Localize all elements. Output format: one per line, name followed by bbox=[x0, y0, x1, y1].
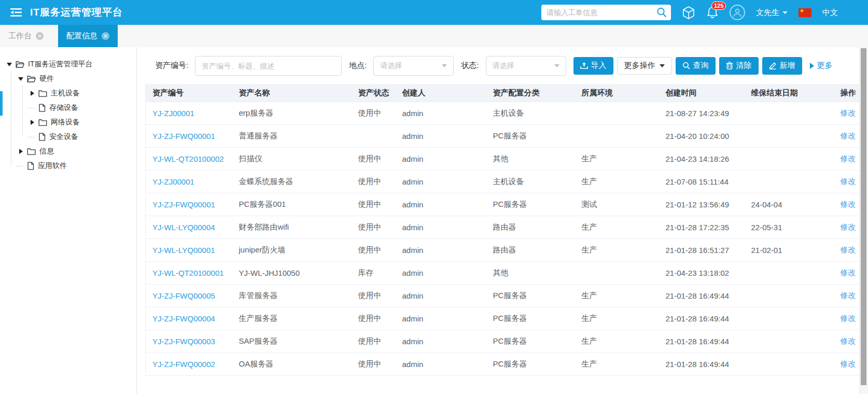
status-label: 状态: bbox=[461, 61, 479, 71]
notifications-bell-icon[interactable]: 125 bbox=[706, 6, 719, 19]
caret-right-icon[interactable] bbox=[31, 91, 34, 96]
asset-id-link[interactable]: YJ-WL-QT20100002 bbox=[152, 154, 224, 163]
modify-link[interactable]: 修改 bbox=[841, 154, 856, 163]
maintenance-end-date-cell: 24-04-04 bbox=[745, 193, 834, 216]
language-switcher[interactable]: 中文 bbox=[822, 8, 838, 18]
close-icon[interactable]: ✕ bbox=[102, 32, 109, 40]
tree-item[interactable]: 应用软件 bbox=[0, 159, 136, 173]
more-link[interactable]: 更多 bbox=[810, 61, 833, 71]
modify-link[interactable]: 修改 bbox=[841, 108, 856, 117]
creator-cell: admin bbox=[396, 216, 486, 239]
main-content: 资产编号: 地点: 请选择 状态: 请选择 导入 更多操作 bbox=[137, 47, 860, 394]
table-row: YJ-ZJ-FWQ00004生产服务器使用中adminPC服务器生产21-01-… bbox=[146, 307, 860, 330]
cube-icon[interactable] bbox=[682, 6, 695, 20]
asset-name-cell: juniper防火墙 bbox=[232, 239, 352, 262]
tree-item[interactable]: 硬件 bbox=[0, 72, 136, 86]
vertical-scrollbar[interactable] bbox=[859, 47, 868, 394]
creator-cell: admin bbox=[396, 262, 486, 285]
asset-id-link[interactable]: YJ-ZJ-FWQ00004 bbox=[152, 314, 215, 323]
table-row: YJ-ZJ-FWQ00002OA服务器使用中adminPC服务器生产21-01-… bbox=[146, 353, 860, 376]
column-header: 维保结束日期 bbox=[745, 84, 834, 102]
modify-link[interactable]: 修改 bbox=[841, 245, 856, 254]
dropdown-caret-icon bbox=[782, 11, 788, 14]
asset-id-link[interactable]: YJ-ZJ-FWQ00001 bbox=[152, 200, 215, 209]
scrollbar-thumb[interactable] bbox=[861, 48, 866, 385]
tab-workbench[interactable]: 工作台✕ bbox=[0, 25, 52, 47]
tab-config-info[interactable]: 配置信息✕ bbox=[58, 25, 118, 47]
table-row: YJ-ZJ-FWQ00005库管服务器使用中adminPC服务器生产21-01-… bbox=[146, 285, 860, 307]
avatar[interactable] bbox=[730, 5, 745, 20]
search-icon[interactable] bbox=[656, 7, 667, 20]
modify-link[interactable]: 修改 bbox=[841, 131, 856, 140]
created-time-cell: 21-01-28 16:49:44 bbox=[659, 307, 745, 330]
modify-link[interactable]: 修改 bbox=[841, 177, 856, 186]
asset-id-link[interactable]: YJ-WL-LYQ00001 bbox=[152, 246, 215, 255]
caret-down-icon[interactable] bbox=[18, 77, 23, 81]
caret-right-icon[interactable] bbox=[31, 120, 34, 125]
maintenance-end-date-cell bbox=[745, 285, 834, 307]
tree-item[interactable]: 信息 bbox=[0, 144, 136, 159]
modify-link[interactable]: 修改 bbox=[841, 314, 856, 322]
status-select[interactable]: 请选择 bbox=[486, 56, 566, 76]
tree-item[interactable]: 网络设备 bbox=[0, 115, 136, 130]
tree-item[interactable]: 安全设备 bbox=[0, 130, 136, 144]
asset-id-link-cell: YJ-ZJ-FWQ00001 bbox=[146, 193, 232, 216]
close-icon[interactable]: ✕ bbox=[36, 32, 44, 40]
tree-item-label: 存储设备 bbox=[49, 103, 78, 112]
tree-item-label: IT服务运营管理平台 bbox=[28, 60, 92, 69]
caret-right-icon[interactable] bbox=[19, 149, 23, 154]
workorder-search-input[interactable] bbox=[541, 5, 671, 20]
modify-link[interactable]: 修改 bbox=[841, 268, 856, 277]
tree-item[interactable]: 存储设备 bbox=[0, 101, 136, 115]
tree-item[interactable]: IT服务运营管理平台 bbox=[0, 57, 136, 72]
file-icon bbox=[38, 104, 46, 112]
asset-id-link-cell: YJ-ZJ-FWQ00002 bbox=[146, 353, 232, 376]
column-header: 所属环境 bbox=[575, 84, 659, 102]
clear-button[interactable]: 清除 bbox=[719, 57, 759, 75]
asset-id-link-cell: YJ-ZJ-FWQ00003 bbox=[146, 330, 232, 353]
location-select[interactable]: 请选择 bbox=[373, 56, 454, 76]
modify-link[interactable]: 修改 bbox=[841, 222, 856, 231]
asset-id-link[interactable]: YJ-ZJ-FWQ00002 bbox=[152, 360, 215, 369]
filter-bar: 资产编号: 地点: 请选择 状态: 请选择 导入 更多操作 bbox=[137, 47, 860, 84]
add-button[interactable]: 新增 bbox=[762, 57, 802, 75]
asset-id-link[interactable]: YJ-WL-LYQ00004 bbox=[152, 223, 215, 232]
column-header: 资产状态 bbox=[352, 84, 396, 102]
asset-id-link[interactable]: YJ-ZJ00001 bbox=[152, 177, 194, 186]
asset-id-link[interactable]: YJ-ZJ-FWQ00003 bbox=[152, 337, 215, 346]
modify-link[interactable]: 修改 bbox=[841, 336, 856, 345]
modify-link[interactable]: 修改 bbox=[841, 359, 856, 368]
created-time-cell: 21-07-08 15:11:44 bbox=[659, 171, 745, 193]
query-button[interactable]: 查询 bbox=[676, 57, 716, 75]
asset-id-link[interactable]: YJ-ZJ-FWQ00001 bbox=[152, 132, 215, 140]
maintenance-end-date-cell bbox=[745, 125, 834, 148]
import-button[interactable]: 导入 bbox=[573, 57, 613, 75]
more-operations-button[interactable]: 更多操作 bbox=[617, 57, 672, 75]
asset-id-link-cell: YJ-ZJ-FWQ00001 bbox=[146, 125, 232, 148]
environment-cell: 测试 bbox=[575, 193, 659, 216]
modify-link[interactable]: 修改 bbox=[841, 291, 856, 300]
asset-id-link[interactable]: YJ-ZJ-FWQ00005 bbox=[152, 291, 215, 300]
asset-status-cell: 使用中 bbox=[352, 285, 396, 307]
operations-cell: 修改报废 bbox=[834, 262, 860, 285]
table-row: YJ-WL-QT20100001YJ-WL-JHJ10050库存admin其他2… bbox=[146, 262, 860, 285]
notification-count-badge: 125 bbox=[711, 2, 726, 10]
trash-icon bbox=[726, 62, 733, 69]
table-row: YJ-ZJ-FWQ00001普通服务器adminPC服务器21-04-20 10… bbox=[146, 125, 860, 148]
asset-id-link[interactable]: YJ-ZJ00001 bbox=[152, 109, 194, 118]
asset-name-cell: 生产服务器 bbox=[232, 307, 352, 330]
table-row: YJ-WL-LYQ00001juniper防火墙使用中admin路由器生产21-… bbox=[146, 239, 860, 262]
asset-id-link[interactable]: YJ-WL-QT20100001 bbox=[152, 269, 224, 277]
asset-name-cell: YJ-WL-JHJ10050 bbox=[232, 262, 352, 285]
folder-icon bbox=[27, 148, 36, 156]
caret-down-icon[interactable] bbox=[7, 63, 12, 66]
modify-link[interactable]: 修改 bbox=[841, 200, 856, 208]
asset-id-link-cell: YJ-ZJ00001 bbox=[146, 171, 232, 193]
maintenance-end-date-cell bbox=[745, 353, 834, 376]
tree-item[interactable]: 主机设备 bbox=[0, 86, 136, 101]
created-time-cell: 21-08-27 14:23:49 bbox=[659, 102, 745, 125]
user-menu[interactable]: 文先生 bbox=[756, 8, 788, 18]
asset-id-input[interactable] bbox=[195, 56, 342, 76]
environment-cell: 生产 bbox=[575, 330, 659, 353]
collapse-menu-icon[interactable] bbox=[9, 6, 23, 19]
